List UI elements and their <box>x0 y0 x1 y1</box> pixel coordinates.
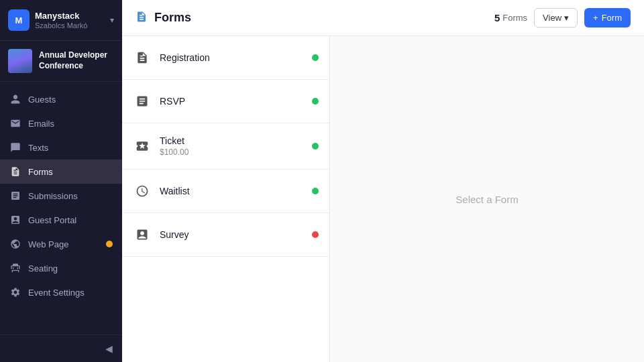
form-item-survey[interactable]: Survey <box>122 213 329 257</box>
detail-panel: Select a Form <box>330 36 644 362</box>
sidebar-item-submissions-label: Submissions <box>28 191 78 201</box>
survey-form-icon <box>133 225 152 244</box>
waitlist-status-dot <box>312 188 319 194</box>
sidebar-item-web-page-label: Web Page <box>28 239 68 249</box>
sidebar-item-emails-label: Emails <box>28 119 54 129</box>
event-item[interactable]: Annual Developer Conference <box>0 41 122 82</box>
sidebar-item-guests[interactable]: Guests <box>0 87 122 111</box>
waitlist-form-name: Waitlist <box>160 186 304 196</box>
content-area: Registration RSVP Ticket $10 <box>122 36 644 362</box>
survey-status-dot <box>312 231 319 238</box>
sidebar-item-seating-label: Seating <box>28 263 58 274</box>
emails-icon <box>9 117 21 129</box>
guests-icon <box>9 93 21 105</box>
sidebar-item-forms-label: Forms <box>28 167 53 177</box>
ticket-form-icon <box>133 137 152 156</box>
sidebar-item-texts[interactable]: Texts <box>0 135 122 160</box>
sidebar-item-guest-portal-label: Guest Portal <box>28 215 76 225</box>
web-page-badge <box>106 241 113 247</box>
ticket-status-dot <box>312 143 319 149</box>
forms-count-number: 5 <box>494 12 500 23</box>
detail-placeholder: Select a Form <box>455 194 518 205</box>
app-user: Szabolcs Markó <box>35 21 87 29</box>
form-item-rsvp[interactable]: RSVP <box>122 80 329 123</box>
nav-section: Guests Emails Texts Forms Submissions <box>0 82 122 335</box>
form-item-registration[interactable]: Registration <box>122 36 329 80</box>
add-form-button[interactable]: + Form <box>584 8 631 27</box>
sidebar-item-seating[interactable]: Seating <box>0 256 122 280</box>
sidebar-item-texts-label: Texts <box>28 143 48 153</box>
sidebar-item-event-settings[interactable]: Event Settings <box>0 280 122 304</box>
topbar: Forms 5 Forms View ▾ + Form <box>122 0 644 36</box>
waitlist-form-icon <box>133 182 152 200</box>
main-content: Forms 5 Forms View ▾ + Form Registration <box>122 0 644 362</box>
rsvp-form-name: RSVP <box>160 96 304 107</box>
survey-form-name: Survey <box>160 229 304 240</box>
registration-form-name: Registration <box>160 52 304 63</box>
sidebar-item-forms[interactable]: Forms <box>0 160 122 184</box>
rsvp-form-info: RSVP <box>160 96 304 107</box>
view-button-label: View <box>543 13 561 23</box>
sidebar-chevron-icon[interactable]: ▾ <box>110 15 114 25</box>
registration-status-dot <box>312 54 319 61</box>
forms-icon <box>9 166 21 178</box>
sidebar: M Manystack Szabolcs Markó ▾ Annual Deve… <box>0 0 122 362</box>
rsvp-status-dot <box>312 98 319 105</box>
view-button[interactable]: View ▾ <box>534 8 578 27</box>
sidebar-item-submissions[interactable]: Submissions <box>0 184 122 208</box>
rsvp-form-icon <box>133 92 152 111</box>
sidebar-item-guests-label: Guests <box>28 95 56 105</box>
sidebar-item-emails[interactable]: Emails <box>0 111 122 135</box>
seating-icon <box>9 262 21 274</box>
ticket-form-name: Ticket <box>160 135 304 146</box>
submissions-icon <box>9 190 21 202</box>
texts-icon <box>9 141 21 154</box>
registration-form-info: Registration <box>160 52 304 63</box>
registration-form-icon <box>133 48 152 67</box>
add-form-plus-icon: + <box>593 13 598 23</box>
ticket-form-sub: $100.00 <box>160 147 304 157</box>
event-thumbnail <box>8 49 32 73</box>
forms-count: 5 Forms <box>494 12 527 23</box>
survey-form-info: Survey <box>160 229 304 240</box>
form-item-ticket[interactable]: Ticket $100.00 <box>122 123 329 170</box>
sidebar-item-event-settings-label: Event Settings <box>28 288 85 298</box>
collapse-button[interactable]: ◀ <box>105 343 113 354</box>
sidebar-item-web-page[interactable]: Web Page <box>0 232 122 256</box>
event-settings-icon <box>9 286 21 298</box>
form-item-waitlist[interactable]: Waitlist <box>122 170 329 213</box>
app-logo: M <box>8 9 30 31</box>
ticket-form-info: Ticket $100.00 <box>160 135 304 157</box>
forms-count-label: Forms <box>502 13 527 23</box>
sidebar-item-guest-portal[interactable]: Guest Portal <box>0 208 122 232</box>
page-title: Forms <box>154 11 488 25</box>
sidebar-header[interactable]: M Manystack Szabolcs Markó ▾ <box>0 0 122 41</box>
add-form-label: Form <box>602 13 622 23</box>
topbar-forms-icon <box>136 11 148 25</box>
event-name: Annual Developer Conference <box>39 50 114 71</box>
sidebar-collapse: ◀ <box>0 335 122 362</box>
forms-list: Registration RSVP Ticket $10 <box>122 36 330 362</box>
app-name: Manystack <box>35 11 87 21</box>
view-chevron-icon: ▾ <box>564 13 569 23</box>
web-page-icon <box>9 238 21 250</box>
waitlist-form-info: Waitlist <box>160 186 304 196</box>
guest-portal-icon <box>9 214 21 226</box>
